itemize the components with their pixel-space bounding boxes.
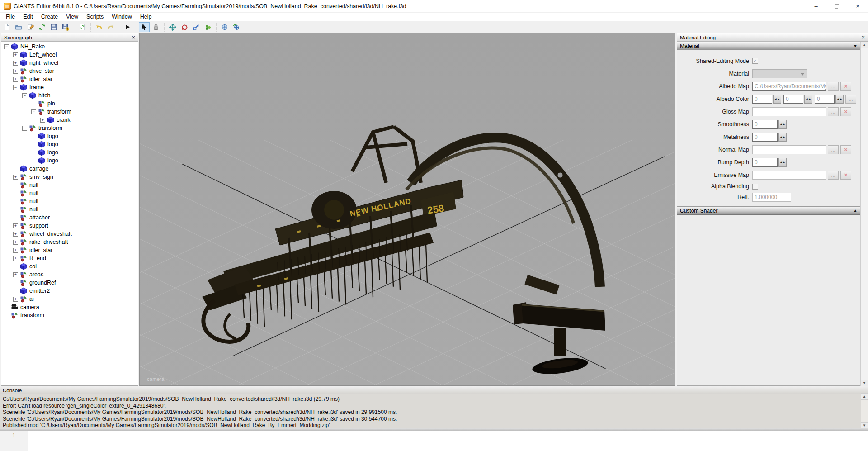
console-log[interactable]: C:/Users/Ryan/Documents/My Games/Farming… [0,394,868,430]
play-button[interactable] [122,22,133,32]
menu-help[interactable]: Help [136,13,156,20]
viewport-canvas[interactable]: NEW HOLLAND 258 [140,33,675,386]
expand-icon[interactable]: + [13,52,18,57]
material-dropdown[interactable] [752,69,807,78]
gloss-map-clear-button[interactable]: × [840,107,851,116]
tree-item-support[interactable]: +support [1,222,138,230]
console-scroll-down-icon[interactable]: ▼ [861,422,868,429]
console-scrollbar[interactable]: ▲ ▼ [861,393,868,429]
translate-tool-button[interactable] [167,22,178,32]
metalness-input[interactable]: 0 [752,133,778,142]
tree-item-transform[interactable]: −transform [1,108,138,116]
console-scroll-up-icon[interactable]: ▲ [861,393,868,400]
world-mode-button[interactable] [219,22,230,32]
menu-window[interactable]: Window [108,13,136,20]
tree-item-null[interactable]: null [1,181,138,189]
expand-icon[interactable]: + [13,223,18,228]
menu-edit[interactable]: Edit [19,13,37,20]
expand-icon[interactable]: + [13,175,18,180]
alpha-blending-checkbox[interactable] [752,184,758,190]
collapse-icon[interactable]: − [31,109,36,114]
tree-item-logo[interactable]: logo [1,140,138,148]
collapse-icon[interactable]: − [4,44,9,49]
expand-icon[interactable]: + [13,69,18,74]
scroll-up-icon[interactable]: ▲ [861,42,868,48]
material-editing-close-icon[interactable]: × [861,35,865,40]
tree-item-frame[interactable]: −frame [1,83,138,91]
tree-item-attacher[interactable]: attacher [1,214,138,222]
tree-item-transform[interactable]: transform [1,311,138,319]
tree-item-camera[interactable]: camera [1,303,138,311]
collapse-icon[interactable]: − [22,93,27,98]
expand-icon[interactable]: + [40,118,45,123]
metalness-spinner[interactable]: ◄► [778,133,787,142]
save-plus-button[interactable] [60,22,71,32]
smoothness-spinner[interactable]: ◄► [778,120,787,129]
tree-item-idler_star[interactable]: +idler_star [1,75,138,83]
close-button[interactable]: × [847,0,868,13]
emissive-map-browse-button[interactable]: ... [828,171,839,180]
gloss-map-browse-button[interactable]: ... [828,107,839,116]
normal-map-browse-button[interactable]: ... [828,145,839,154]
tree-item-emitter2[interactable]: emitter2 [1,287,138,295]
tree-item-col[interactable]: col [1,262,138,271]
bump-depth-spinner[interactable]: ◄► [778,158,787,167]
open-scene-button[interactable] [13,22,24,32]
tree-item-idler_star[interactable]: +idler_star [1,246,138,254]
tree-item-ai[interactable]: +ai [1,295,138,303]
tree-item-groundref[interactable]: groundRef [1,279,138,287]
collapse-icon[interactable]: − [13,85,18,90]
tree-item-null[interactable]: null [1,205,138,214]
menu-scripts[interactable]: Scripts [82,13,108,20]
refl-input[interactable]: 1.000000 [752,193,791,202]
albedo-map-input[interactable]: C:/Users/Ryan/Documents/My Gan [752,82,826,91]
scale-tool-button[interactable] [191,22,202,32]
albedo-color-g-input[interactable]: 0 [783,95,803,104]
gloss-map-input[interactable] [752,107,826,116]
tree-item-null[interactable]: null [1,189,138,197]
tree-item-hitch[interactable]: −hitch [1,91,138,100]
import-button[interactable] [37,22,47,32]
expand-icon[interactable]: + [13,232,18,237]
albedo-color-g-spinner[interactable]: ◄► [804,95,812,104]
expand-icon[interactable]: + [13,61,18,66]
script-editor[interactable]: 1 [0,431,868,451]
bump-depth-input[interactable]: 0 [752,158,778,167]
new-scene-button[interactable] [1,22,12,32]
tree-item-logo[interactable]: logo [1,157,138,165]
snap-tool-button[interactable] [203,22,213,32]
albedo-map-clear-button[interactable]: × [840,82,851,91]
tree-item-logo[interactable]: logo [1,132,138,140]
tree-item-left_wheel[interactable]: +Left_wheel [1,51,138,59]
tree-item-right_wheel[interactable]: +right_wheel [1,59,138,67]
render-mode-button[interactable] [231,22,242,32]
lock-button[interactable] [151,22,161,32]
expand-icon[interactable]: + [13,272,18,277]
custom-shader-section-bar[interactable]: Custom Shader ▲ [677,206,860,215]
tree-item-r_end[interactable]: +R_end [1,254,138,262]
expand-icon[interactable]: + [13,240,18,245]
scenegraph-close-icon[interactable]: × [132,35,135,40]
tree-item-transform[interactable]: −transform [1,124,138,132]
tree-item-wheel_driveshaft[interactable]: +wheel_driveshaft [1,230,138,238]
material-panel-scrollbar[interactable]: ▲ ▼ [860,42,868,386]
collapse-caret-icon[interactable]: ▼ [853,43,858,48]
tree-item-drive_star[interactable]: +drive_star [1,67,138,75]
smoothness-input[interactable]: 0 [752,120,778,129]
albedo-color-picker-button[interactable]: ... [845,95,856,104]
material-section-bar[interactable]: Material ▼ [677,42,860,50]
normal-map-input[interactable] [752,145,826,154]
emissive-map-clear-button[interactable]: × [840,171,851,180]
save-button[interactable] [48,22,59,32]
scroll-down-icon[interactable]: ▼ [861,380,868,386]
albedo-color-b-input[interactable]: 0 [815,95,835,104]
albedo-map-browse-button[interactable]: ... [828,82,839,91]
albedo-color-b-spinner[interactable]: ◄► [835,95,844,104]
shared-editing-checkbox[interactable]: ✓ [752,58,758,64]
undo-button[interactable] [94,22,104,32]
reload-button[interactable] [77,22,88,32]
menu-file[interactable]: File [2,13,19,20]
restore-button[interactable] [826,0,847,13]
tree-item-areas[interactable]: +areas [1,271,138,279]
redo-button[interactable] [105,22,116,32]
